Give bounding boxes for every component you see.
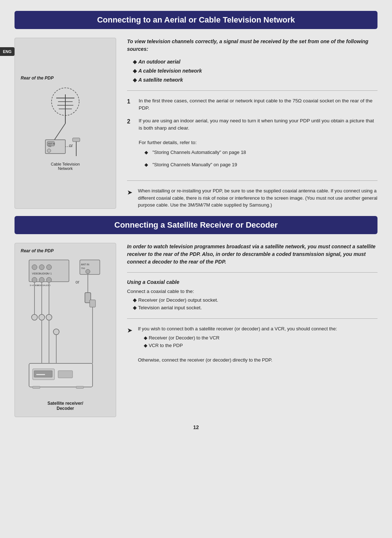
svg-point-23 bbox=[32, 277, 37, 282]
section2-title: Connecting a Satellite Receiver or Decod… bbox=[15, 216, 377, 234]
svg-text:or: or bbox=[69, 143, 73, 148]
step2-content: If you are using an indoor aerial, you m… bbox=[139, 117, 377, 174]
section1-steps: 1 In the first three cases, connect the … bbox=[127, 97, 377, 174]
svg-point-39 bbox=[46, 314, 52, 320]
svg-text:AV 1: AV 1 bbox=[46, 272, 52, 275]
coaxial-bullets: Receiver (or Decoder) output socket. Tel… bbox=[133, 296, 377, 312]
coaxial-bullet1: Receiver (or Decoder) output socket. bbox=[133, 296, 377, 304]
section1-svg: ANT IN 75Ω or bbox=[25, 83, 105, 160]
divider2 bbox=[127, 180, 377, 181]
step1-num: 1 bbox=[127, 97, 134, 112]
satellite-label: Satellite receiver/ Decoder bbox=[48, 401, 83, 411]
svg-point-18 bbox=[39, 265, 44, 270]
svg-point-24 bbox=[39, 277, 44, 282]
svg-point-19 bbox=[46, 265, 52, 270]
bullet-cable: A cable television network bbox=[133, 67, 377, 75]
svg-rect-48 bbox=[76, 386, 83, 388]
svg-point-37 bbox=[32, 314, 37, 320]
bullet-satellite: A satellite network bbox=[133, 76, 377, 84]
divider3 bbox=[127, 272, 377, 273]
svg-point-38 bbox=[39, 314, 45, 320]
page-number: 12 bbox=[15, 424, 377, 430]
step2: 2 If you are using an indoor aerial, you… bbox=[127, 117, 377, 174]
step2-num: 2 bbox=[127, 117, 134, 174]
section2-content: Rear of the PDP VIDEO AUDIO AV 1 S-VIDEO… bbox=[15, 243, 377, 417]
svg-rect-54 bbox=[90, 300, 95, 307]
step2-bullet1: "Storing Channels Automatically" on page… bbox=[144, 149, 377, 156]
step1-text: In the first three cases, connect the ae… bbox=[139, 97, 377, 112]
section2-diagram-label: Rear of the PDP bbox=[21, 248, 54, 253]
svg-point-25 bbox=[46, 277, 52, 282]
step2-sub: For further details, refer to: bbox=[139, 140, 197, 145]
note1-bullet2: VCR to the PDP bbox=[144, 342, 337, 350]
note-text: When installing or re-installing your PD… bbox=[138, 187, 377, 209]
section2-diagram: Rear of the PDP VIDEO AUDIO AV 1 S-VIDEO… bbox=[15, 243, 116, 417]
coaxial-title: Using a Coaxial cable bbox=[127, 279, 377, 285]
svg-point-17 bbox=[32, 265, 37, 270]
svg-text:VIDEO: VIDEO bbox=[32, 272, 40, 275]
section1-diagram: Rear of the PDP ANT IN 75Ω bbox=[15, 38, 116, 209]
svg-point-52 bbox=[53, 329, 59, 335]
section1-note: ➤ When installing or re-installing your … bbox=[127, 187, 377, 209]
coaxial-intro: Connect a coaxial cable to the: bbox=[127, 289, 377, 294]
section1-bullets: An outdoor aerial A cable television net… bbox=[133, 58, 377, 84]
note1-arrow: ➤ bbox=[127, 326, 134, 364]
eng-badge: ENG bbox=[0, 47, 15, 56]
svg-point-32 bbox=[86, 269, 90, 274]
section1-diagram-label: Rear of the PDP bbox=[21, 76, 54, 81]
cable-tv-label: Cable TelevisionNetwork bbox=[51, 162, 80, 171]
divider1 bbox=[127, 90, 377, 91]
svg-text:VIDEO: VIDEO bbox=[37, 284, 44, 286]
svg-rect-47 bbox=[33, 386, 40, 388]
cable-tv-label-text: Cable TelevisionNetwork bbox=[51, 162, 80, 171]
svg-line-6 bbox=[54, 123, 65, 140]
step1: 1 In the first three cases, connect the … bbox=[127, 97, 377, 112]
note1-extra: Otherwise, connect the receiver (or deco… bbox=[138, 357, 272, 363]
svg-point-11 bbox=[47, 149, 51, 152]
divider4 bbox=[127, 318, 377, 319]
section2-text-content: In order to watch television programmes … bbox=[127, 243, 377, 417]
svg-text:or: or bbox=[75, 280, 79, 285]
note1-bullet1: Receiver (or Decoder) to the VCR bbox=[144, 334, 337, 342]
step2-bullets: "Storing Channels Automatically" on page… bbox=[144, 149, 377, 169]
svg-text:75Ω: 75Ω bbox=[81, 267, 85, 269]
eng-label: ENG bbox=[3, 49, 12, 54]
note1-bullets: Receiver (or Decoder) to the VCR VCR to … bbox=[144, 334, 337, 350]
section1-content: Rear of the PDP ANT IN 75Ω bbox=[15, 38, 377, 209]
step2-text: If you are using an indoor aerial, you m… bbox=[139, 118, 374, 131]
svg-text:75Ω: 75Ω bbox=[48, 145, 52, 147]
coaxial-bullet2: Television aerial input socket. bbox=[133, 304, 377, 312]
section1-text-content: To view television channels correctly, a… bbox=[127, 38, 377, 209]
svg-text:ANT IN: ANT IN bbox=[48, 143, 55, 145]
step2-bullet2: "Storing Channels Manually" on page 19 bbox=[144, 161, 377, 169]
svg-text:▬▬▬: ▬▬▬ bbox=[36, 372, 45, 376]
section2-intro: In order to watch television programmes … bbox=[127, 243, 377, 266]
svg-rect-44 bbox=[58, 371, 73, 378]
svg-text:AUDIO: AUDIO bbox=[44, 284, 50, 286]
svg-rect-14 bbox=[73, 138, 80, 142]
section1-title: Connecting to an Aerial or Cable Televis… bbox=[15, 11, 377, 29]
section1-intro: To view television channels correctly, a… bbox=[127, 38, 377, 53]
section2-svg: VIDEO AUDIO AV 1 S-VIDEO VIDEO AUDIO ANT… bbox=[22, 256, 109, 398]
svg-text:ANT IN: ANT IN bbox=[81, 263, 89, 266]
note1-content: If you wish to connect both a satellite … bbox=[138, 325, 337, 364]
note-arrow: ➤ bbox=[127, 188, 134, 209]
section2-note1: ➤ If you wish to connect both a satellit… bbox=[127, 325, 377, 364]
note1-text: If you wish to connect both a satellite … bbox=[138, 326, 337, 331]
bullet-aerial: An outdoor aerial bbox=[133, 58, 377, 66]
page: ENG Connecting to an Aerial or Cable Tel… bbox=[0, 0, 392, 538]
satellite-label-text: Satellite receiver/ Decoder bbox=[48, 401, 83, 411]
